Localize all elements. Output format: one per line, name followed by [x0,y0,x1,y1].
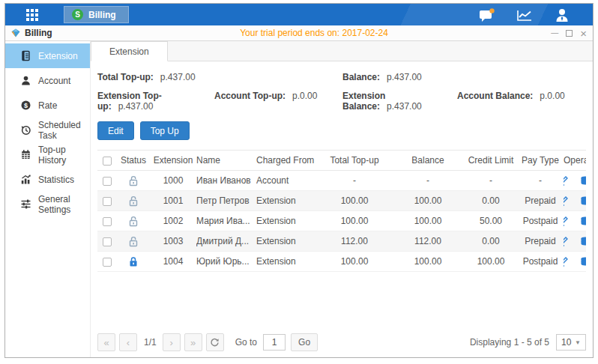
summary-value: p.437.00 [387,72,422,82]
summary-label: Total Top-up: [97,72,154,82]
summary-value: p.0.00 [292,91,317,101]
first-page-button[interactable]: « [97,333,115,351]
edit-row-button[interactable] [564,236,569,246]
page-size-value: 10 [561,337,571,348]
sidebar-item-statistics[interactable]: Statistics [5,167,90,192]
close-icon[interactable]: × [580,28,587,39]
billing-window: S Billing [4,3,594,358]
user-account-icon[interactable] [554,8,570,22]
select-all-checkbox[interactable] [103,157,112,166]
maximize-icon[interactable] [566,30,573,37]
cell-pay-type: Prepaid [517,236,564,246]
cell-extension: 1003 [150,236,196,246]
unlocked-icon [128,216,139,227]
sidebar-item-extension[interactable]: Extension [5,43,90,68]
app-tab-label: Billing [88,10,116,20]
chevron-down-icon: ▼ [575,339,581,346]
cell-pay-type: Prepaid [517,195,564,206]
summary-account-balance: Account Balance:p.0.00 [457,91,586,112]
goto-page-input[interactable] [263,334,286,351]
row-checkbox[interactable] [103,217,112,226]
minimize-icon[interactable]: — [551,29,558,37]
cell-credit-limit: 0.00 [465,236,517,246]
row-checkbox[interactable] [103,237,112,246]
unlocked-icon [128,195,139,207]
sidebar-item-rate[interactable]: $ Rate [5,93,90,118]
top-up-row-button[interactable] [580,216,587,227]
edit-row-button[interactable] [564,216,569,226]
scheduled-task-icon [20,124,31,136]
sidebar-item-top-up-history[interactable]: Top-up History [5,142,90,167]
cell-credit-limit: - [465,175,517,186]
top-up-button[interactable]: Top Up [140,121,190,140]
sidebar-item-label: Rate [38,100,57,111]
status-unlocked [117,175,150,186]
summary-value: p.0.00 [540,91,564,101]
go-button[interactable]: Go [291,333,318,351]
edit-row-button[interactable] [564,195,569,206]
edit-row-button[interactable] [564,256,569,267]
top-up-row-icon [580,175,587,186]
summary-value: p.437.00 [387,101,422,112]
cell-credit-limit: 50.00 [465,216,517,226]
sidebar-item-label: General Settings [38,194,90,215]
edit-icon [564,256,569,267]
sidebar-item-general-settings[interactable]: General Settings [5,192,90,216]
edit-button[interactable]: Edit [97,121,134,140]
next-page-button[interactable]: › [163,333,181,351]
row-checkbox[interactable] [103,258,112,267]
edit-row-button[interactable] [564,175,569,186]
status-unlocked [117,215,150,226]
col-pay-type: Pay Type [517,155,564,166]
app-tab-billing[interactable]: S Billing [64,6,129,23]
sidebar-item-label: Scheduled Task [38,120,90,141]
top-up-row-button[interactable] [580,256,587,267]
refresh-button[interactable] [206,333,224,351]
table-row: 1001Петр ПетровExtension100.00100.000.00… [97,191,586,211]
top-up-row-icon [580,195,587,207]
col-status: Status [117,155,150,166]
page-size-select[interactable]: 10 ▼ [556,334,586,351]
cell-extension: 1004 [150,256,196,267]
status-unlocked [117,235,150,246]
top-up-row-button[interactable] [580,236,587,247]
cell-charged-from: Account [256,175,318,186]
app-grid-icon[interactable] [26,9,38,21]
sidebar-item-label: Extension [38,51,78,61]
edit-icon [564,216,569,226]
edit-icon [564,236,569,246]
cell-name: Мария Ива... [196,216,256,226]
account-icon [20,75,31,86]
billing-coin-icon: S [72,9,83,20]
statistics-chart-icon[interactable] [516,8,533,22]
cell-charged-from: Extension [256,236,318,246]
row-checkbox[interactable] [103,197,112,206]
sidebar-item-scheduled-task[interactable]: Scheduled Task [5,118,90,142]
table-row: 1002Мария Ива...Extension100.00100.0050.… [97,211,586,231]
extension-icon [20,50,31,61]
cell-total-topup: 112.00 [318,236,391,246]
top-up-row-button[interactable] [580,195,587,207]
summary-label: Account Balance: [457,91,533,101]
cell-total-topup: 100.00 [318,216,391,226]
row-checkbox[interactable] [103,177,112,186]
edit-icon [564,195,569,206]
sidebar-item-account[interactable]: Account [5,68,90,93]
page-indicator: 1/1 [144,337,157,348]
last-page-button[interactable]: » [184,333,202,351]
cell-name: Иван Иванов [196,175,256,186]
sidebar-item-label: Statistics [38,175,74,185]
cell-pay-type: Postpaid [517,216,564,226]
top-up-row-button[interactable] [580,175,587,186]
col-charged-from: Charged From [256,155,318,166]
cell-pay-type: Postpaid [517,256,564,267]
prev-page-button[interactable]: ‹ [119,333,137,351]
top-app-bar: S Billing [5,4,593,25]
cell-total-topup: 100.00 [318,195,391,206]
tab-extension[interactable]: Extension [91,41,168,61]
status-unlocked [117,195,150,206]
cell-charged-from: Extension [256,195,318,206]
summary-value: p.437.00 [118,101,154,112]
cell-balance: 100.00 [391,256,465,267]
notifications-icon[interactable] [479,8,495,22]
